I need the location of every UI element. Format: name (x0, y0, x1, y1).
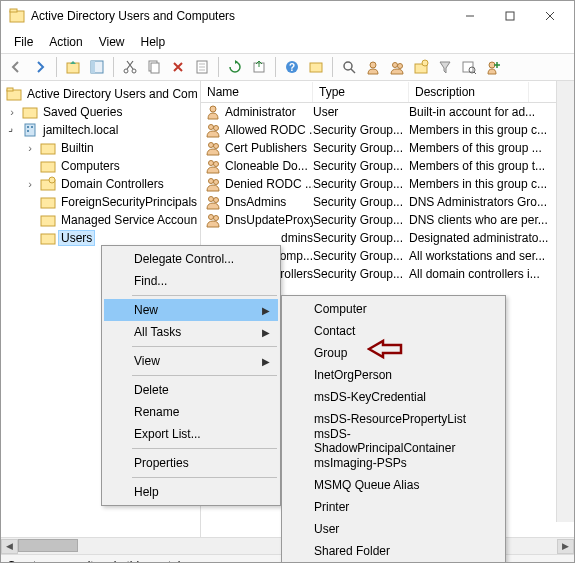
list-row[interactable]: Cloneable Do...Security Group...Members … (201, 157, 574, 175)
help-button[interactable]: ? (281, 56, 303, 78)
add-to-group-button[interactable] (482, 56, 504, 78)
menu-properties[interactable]: Properties (104, 452, 278, 474)
svg-rect-36 (27, 126, 29, 128)
forward-button[interactable] (29, 56, 51, 78)
col-type[interactable]: Type (313, 82, 409, 102)
menu-view[interactable]: View▶ (104, 350, 278, 372)
svg-point-9 (124, 69, 128, 73)
collapse-icon[interactable]: › (3, 121, 21, 139)
row-name: omp... (280, 249, 313, 263)
tree-computers[interactable]: Computers (59, 159, 122, 173)
menu-action[interactable]: Action (42, 33, 89, 51)
delete-button[interactable] (167, 56, 189, 78)
container-button[interactable] (305, 56, 327, 78)
tree-saved-queries[interactable]: Saved Queries (41, 105, 124, 119)
row-name: DnsUpdateProxy (225, 213, 313, 227)
svg-point-54 (214, 180, 219, 185)
new-submenu-item[interactable]: msDS-KeyCredential (284, 386, 503, 408)
svg-point-51 (209, 161, 214, 166)
list-row[interactable]: Denied RODC ...Security Group...Members … (201, 175, 574, 193)
filter-button[interactable] (434, 56, 456, 78)
menu-delete[interactable]: Delete (104, 379, 278, 401)
new-group-button[interactable] (386, 56, 408, 78)
window-title: Active Directory Users and Computers (31, 9, 450, 23)
row-desc: All workstations and ser... (409, 249, 559, 263)
new-submenu-item[interactable]: MSMQ Queue Alias (284, 474, 503, 496)
row-name: Cloneable Do... (225, 159, 308, 173)
tree-root[interactable]: Active Directory Users and Com (25, 87, 200, 101)
menu-new[interactable]: New▶ (104, 299, 278, 321)
svg-line-30 (474, 72, 476, 74)
row-type: Security Group... (313, 177, 409, 191)
tree-msa[interactable]: Managed Service Accoun (59, 213, 199, 227)
row-desc: Designated administrato... (409, 231, 559, 245)
new-submenu-item[interactable]: Shared Folder (284, 540, 503, 562)
maximize-button[interactable] (490, 2, 530, 30)
tree-builtin[interactable]: Builtin (59, 141, 96, 155)
submenu-label: MSMQ Queue Alias (314, 478, 419, 492)
list-row[interactable]: Allowed RODC ...Security Group...Members… (201, 121, 574, 139)
menu-export-list[interactable]: Export List... (104, 423, 278, 445)
new-submenu-item[interactable]: InetOrgPerson (284, 364, 503, 386)
new-submenu-item[interactable]: User (284, 518, 503, 540)
copy-button[interactable] (143, 56, 165, 78)
tree-fsp[interactable]: ForeignSecurityPrincipals (59, 195, 199, 209)
menu-view[interactable]: View (92, 33, 132, 51)
row-desc: DNS Administrators Gro... (409, 195, 559, 209)
menu-help[interactable]: Help (104, 481, 278, 503)
menu-all-tasks[interactable]: All Tasks▶ (104, 321, 278, 343)
scroll-left-button[interactable]: ◀ (1, 539, 18, 554)
list-row[interactable]: AdministratorUserBuilt-in account for ad… (201, 103, 574, 121)
row-desc: Members in this group c... (409, 123, 559, 137)
list-row[interactable]: Cert PublishersSecurity Group...Members … (201, 139, 574, 157)
folder-icon (22, 104, 38, 120)
column-headers[interactable]: Name Type Description (201, 81, 574, 103)
new-submenu: ComputerContactGroupInetOrgPersonmsDS-Ke… (281, 295, 506, 563)
scroll-right-button[interactable]: ▶ (557, 539, 574, 554)
tree-users[interactable]: Users (59, 231, 94, 245)
cut-button[interactable] (119, 56, 141, 78)
export-button[interactable] (248, 56, 270, 78)
menu-help[interactable]: Help (134, 33, 173, 51)
tree-dc[interactable]: Domain Controllers (59, 177, 166, 191)
new-submenu-item[interactable]: Printer (284, 496, 503, 518)
menu-delegate-control[interactable]: Delegate Control... (104, 248, 278, 270)
find-button[interactable] (338, 56, 360, 78)
row-type: Security Group... (313, 195, 409, 209)
list-row[interactable]: DnsUpdateProxySecurity Group...DNS clien… (201, 211, 574, 229)
close-button[interactable] (530, 2, 570, 30)
new-submenu-item[interactable]: msDS-ShadowPrincipalContainer (284, 430, 503, 452)
search-button[interactable] (458, 56, 480, 78)
properties-button[interactable] (191, 56, 213, 78)
minimize-button[interactable] (450, 2, 490, 30)
svg-point-46 (210, 106, 216, 112)
submenu-label: Printer (314, 500, 349, 514)
submenu-label: Computer (314, 302, 367, 316)
col-name[interactable]: Name (201, 82, 313, 102)
row-name: dmins (281, 231, 313, 245)
submenu-label: Contact (314, 324, 355, 338)
new-ou-button[interactable] (410, 56, 432, 78)
menu-find[interactable]: Find... (104, 270, 278, 292)
list-row[interactable]: DnsAdminsSecurity Group...DNS Administra… (201, 193, 574, 211)
refresh-button[interactable] (224, 56, 246, 78)
row-desc: DNS clients who are per... (409, 213, 559, 227)
svg-rect-33 (7, 88, 13, 91)
svg-point-53 (209, 179, 214, 184)
show-hide-tree-button[interactable] (86, 56, 108, 78)
row-name: Denied RODC ... (225, 177, 313, 191)
menu-file[interactable]: File (7, 33, 40, 51)
up-button[interactable] (62, 56, 84, 78)
new-submenu-item[interactable]: msImaging-PSPs (284, 452, 503, 474)
tree-domain[interactable]: jamiltech.local (41, 123, 120, 137)
submenu-label: User (314, 522, 339, 536)
scroll-thumb[interactable] (18, 539, 78, 552)
new-submenu-item[interactable]: Computer (284, 298, 503, 320)
menu-rename[interactable]: Rename (104, 401, 278, 423)
new-user-button[interactable] (362, 56, 384, 78)
back-button[interactable] (5, 56, 27, 78)
submenu-arrow-icon: ▶ (262, 305, 270, 316)
col-description[interactable]: Description (409, 82, 529, 102)
expand-icon[interactable]: › (5, 106, 19, 118)
row-name: DnsAdmins (225, 195, 286, 209)
